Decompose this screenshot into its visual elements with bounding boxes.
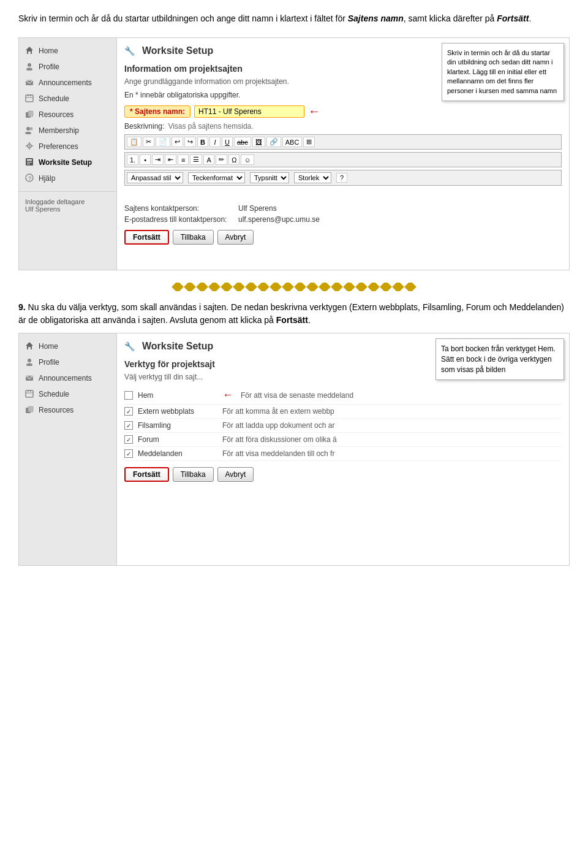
format-select-typsnitt[interactable]: Typsnitt xyxy=(250,172,289,183)
avbryt-button-1[interactable]: Avbryt xyxy=(217,230,254,245)
sidebar2-item-announcements[interactable]: Announcements xyxy=(19,370,116,386)
checkbox-extern[interactable] xyxy=(124,407,133,416)
resources-icon-2 xyxy=(25,405,35,415)
checkbox-hem[interactable] xyxy=(124,391,133,400)
contact-person-label: Sajtens kontaktperson: xyxy=(124,204,235,213)
editor-content-area xyxy=(124,186,562,204)
toolbar-btn-paste[interactable]: 📄 xyxy=(156,137,170,147)
sidebar-item-resources[interactable]: Resources xyxy=(19,107,116,123)
sidebar2-item-label: Home xyxy=(39,342,58,351)
preferences-icon xyxy=(25,142,35,151)
tillbaka-button-1[interactable]: Tillbaka xyxy=(173,230,214,245)
toolbar-btn-redo[interactable]: ↪ xyxy=(184,137,196,147)
sidebar-item-hjalp[interactable]: ? Hjälp xyxy=(19,170,116,186)
sidebar-item-label: Worksite Setup xyxy=(39,158,92,167)
arrow-icon: ← xyxy=(308,104,320,118)
sidebar-item-profile[interactable]: Profile xyxy=(19,59,116,75)
toolbar-btn-undo[interactable]: ↩ xyxy=(172,137,183,147)
sidebar-item-schedule[interactable]: Schedule xyxy=(19,91,116,107)
sidebar-item-label: Resources xyxy=(39,110,74,119)
worksite-title-icon: 🔧 xyxy=(124,46,135,56)
tool-desc-meddelanden: För att visa meddelanden till och fr xyxy=(222,449,334,458)
editor-toolbar-row2: 1. • ⇥ ⇤ ≡ ☰ A ✏ Ω ☺ xyxy=(124,152,562,167)
fortsatt-button-1[interactable]: Fortsätt xyxy=(124,230,169,245)
diamond-3 xyxy=(196,283,208,291)
profile-icon xyxy=(25,62,35,72)
svg-text:?: ? xyxy=(28,175,32,181)
toolbar-btn-cut[interactable]: ✂ xyxy=(143,137,154,147)
sidebar2-item-schedule[interactable]: Schedule xyxy=(19,386,116,402)
diamond-11 xyxy=(294,283,306,291)
diamond-13 xyxy=(318,283,331,291)
callout-text-1: Skriv in termin och år då du startar din… xyxy=(447,49,557,94)
tool-name-hem: Hem xyxy=(138,391,217,400)
checkbox-meddelanden[interactable] xyxy=(124,449,133,458)
toolbar-btn-spell[interactable]: ABC xyxy=(282,137,303,147)
sidebar2-item-home[interactable]: Home xyxy=(19,338,116,354)
toolbar-btn-indent[interactable]: ⇥ xyxy=(152,154,164,165)
checkbox-forum[interactable] xyxy=(124,435,133,444)
toolbar-btn-align-center[interactable]: ☰ xyxy=(190,154,202,165)
toolbar-btn-outdent[interactable]: ⇤ xyxy=(165,154,176,165)
sidebar-item-worksite-setup[interactable]: Worksite Setup xyxy=(19,154,116,170)
tillbaka-button-2[interactable]: Tillbaka xyxy=(173,467,214,482)
svg-rect-31 xyxy=(26,390,33,397)
toolbar-btn-ul[interactable]: • xyxy=(140,154,151,165)
membership-icon xyxy=(25,126,35,135)
profile-icon-2 xyxy=(25,357,35,367)
diamond-16 xyxy=(355,283,368,291)
sidebar2-item-label: Resources xyxy=(39,406,74,414)
sajtens-namn-input[interactable] xyxy=(194,105,304,118)
toolbar-btn-emoji[interactable]: ☺ xyxy=(241,154,254,165)
toolbar-btn-symbol[interactable]: Ω xyxy=(228,154,239,165)
svg-point-13 xyxy=(25,132,31,134)
diamond-2 xyxy=(184,283,196,291)
format-select-style[interactable]: Anpassad stil xyxy=(127,172,183,183)
avbryt-button-2[interactable]: Avbryt xyxy=(217,467,254,482)
sidebar2-item-label: Announcements xyxy=(39,374,92,383)
format-select-tecken[interactable]: Teckenformat xyxy=(188,172,245,183)
sidebar-item-home[interactable]: Home xyxy=(19,43,116,59)
tool-name-extern: Extern webbplats xyxy=(138,407,217,416)
screenshot1: Home Profile Announcements Schedule xyxy=(18,37,570,270)
fortsatt-button-2[interactable]: Fortsätt xyxy=(124,467,169,482)
sidebar2: Home Profile Announcements Schedule xyxy=(19,333,117,565)
toolbar-btn-help[interactable]: ? xyxy=(336,173,347,183)
sidebar2-item-resources[interactable]: Resources xyxy=(19,402,116,418)
sidebar-item-membership[interactable]: Membership xyxy=(19,123,116,139)
sidebar-item-label: Announcements xyxy=(39,78,92,87)
toolbar-btn-strikethrough[interactable]: abc xyxy=(234,137,251,147)
toolbar-btn-image[interactable]: 🖼 xyxy=(252,137,265,147)
toolbar-btn-highlight[interactable]: ✏ xyxy=(216,154,227,165)
sidebar-item-preferences[interactable]: Preferences xyxy=(19,139,116,154)
tool-desc-hem: För att visa de senaste meddeland xyxy=(241,391,353,400)
sidebar-item-announcements[interactable]: Announcements xyxy=(19,75,116,91)
toolbar-btn-copy[interactable]: 📋 xyxy=(127,137,141,147)
toolbar-btn-link[interactable]: 🔗 xyxy=(266,137,281,147)
sajtens-namn-label: * Sajtens namn: xyxy=(124,105,190,118)
diamond-14 xyxy=(331,283,343,291)
toolbar-btn-align-left[interactable]: ≡ xyxy=(178,154,189,165)
toolbar-btn-ol[interactable]: 1. xyxy=(127,154,138,165)
checkbox-filsamling[interactable] xyxy=(124,421,133,430)
tool-row-forum: Forum För att föra diskussioner om olika… xyxy=(124,433,562,447)
worksite-icon xyxy=(25,158,35,167)
sidebar-item-label: Membership xyxy=(39,126,79,135)
tool-desc-extern: För att komma åt en extern webbp xyxy=(222,407,334,416)
toolbar-btn-color[interactable]: A xyxy=(203,154,214,165)
diamond-1 xyxy=(172,283,184,291)
sidebar-footer-user: Ulf Sperens xyxy=(25,205,110,213)
sidebar-footer: Inloggade deltagare Ulf Sperens xyxy=(19,191,116,216)
toolbar-btn-underline[interactable]: U xyxy=(222,137,233,147)
intro-text-part2: , samt klicka därefter på xyxy=(404,13,497,23)
toolbar-btn-bold[interactable]: B xyxy=(197,137,208,147)
sidebar-item-label: Schedule xyxy=(39,94,69,103)
toolbar-btn-table[interactable]: ⊞ xyxy=(303,137,315,147)
email-value: ulf.sperens@upc.umu.se xyxy=(238,215,320,224)
tools-list: Hem ← För att visa de senaste meddeland … xyxy=(124,386,562,461)
format-select-storlek[interactable]: Storlek xyxy=(294,172,331,183)
toolbar-btn-italic[interactable]: I xyxy=(209,137,221,147)
sidebar2-item-profile[interactable]: Profile xyxy=(19,354,116,370)
step9-bold: Fortsätt xyxy=(276,315,308,325)
tool-row-meddelanden: Meddelanden För att visa meddelanden til… xyxy=(124,447,562,461)
